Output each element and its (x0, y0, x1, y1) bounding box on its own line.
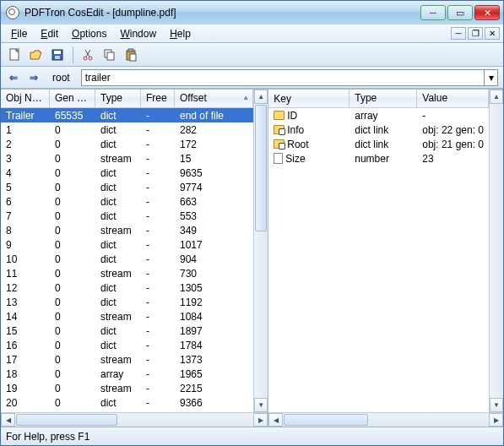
svg-rect-7 (107, 52, 114, 60)
page-icon (274, 153, 283, 164)
left-hscrollbar[interactable]: ◀ ▶ (1, 412, 268, 427)
table-row[interactable]: 50dict-9774 (1, 180, 253, 194)
list-item[interactable]: Infodict linkobj: 22 gen: 0 (268, 122, 489, 137)
right-vscrollbar[interactable]: ▲ ▼ (489, 90, 503, 412)
folder-link-icon (274, 125, 285, 134)
save-icon[interactable] (48, 46, 67, 64)
left-header: Obj Nu... Gen N... Type Free Offset (1, 90, 253, 108)
mdi-restore-button[interactable]: ❐ (468, 27, 483, 40)
menu-edit[interactable]: Edit (34, 26, 65, 41)
svg-rect-2 (54, 51, 61, 54)
col-obj-num[interactable]: Obj Nu... (1, 90, 50, 107)
detail-pane: Key Type Value IDarray-Infodict linkobj:… (268, 90, 503, 427)
svg-rect-3 (55, 56, 60, 59)
scroll-right-icon[interactable]: ▶ (253, 413, 268, 427)
path-text: trailer (85, 72, 111, 84)
window-controls: ─ ▭ ✕ (420, 5, 500, 20)
app-icon (6, 6, 19, 19)
scroll-up-icon[interactable]: ▲ (254, 90, 268, 104)
path-combobox[interactable]: trailer ▾ (81, 69, 498, 86)
status-text: For Help, press F1 (6, 431, 89, 443)
table-row[interactable]: 120dict-1305 (1, 280, 253, 295)
menu-help[interactable]: Help (163, 26, 198, 41)
table-row[interactable]: 140stream-1084 (1, 309, 253, 324)
scroll-down-icon[interactable]: ▼ (254, 398, 268, 412)
menu-file[interactable]: File (4, 26, 34, 41)
svg-rect-9 (128, 49, 133, 52)
hscroll-thumb[interactable] (284, 414, 368, 426)
col-type[interactable]: Type (95, 90, 141, 107)
col-key[interactable]: Key (268, 90, 350, 107)
toolbar (1, 43, 503, 67)
back-arrow-icon[interactable]: ⇐ (6, 70, 21, 85)
table-row[interactable]: 150dict-1897 (1, 324, 253, 338)
navbar: ⇐ ⇒ root trailer ▾ (1, 67, 503, 89)
statusbar: For Help, press F1 (1, 427, 503, 445)
table-row[interactable]: 100dict-904 (1, 252, 253, 266)
col-value[interactable]: Value (417, 90, 489, 107)
paste-icon[interactable] (122, 46, 140, 64)
right-header: Key Type Value (268, 90, 489, 108)
col-offset[interactable]: Offset (175, 90, 253, 107)
window-title: PDFTron CosEdit - [dumpline.pdf] (24, 7, 420, 19)
cut-icon[interactable] (79, 46, 98, 64)
table-row[interactable]: 40dict-9635 (1, 166, 253, 180)
new-icon[interactable] (6, 46, 24, 64)
left-vscrollbar[interactable]: ▲ ▼ (253, 90, 268, 412)
table-row[interactable]: 200dict-9366 (1, 395, 253, 410)
list-item[interactable]: IDarray- (268, 108, 489, 122)
table-row[interactable]: 90dict-1017 (1, 237, 253, 252)
svg-point-4 (84, 57, 87, 60)
object-table-pane: Obj Nu... Gen N... Type Free Offset Trai… (1, 90, 268, 427)
list-item[interactable]: Rootdict linkobj: 21 gen: 0 (268, 137, 489, 151)
titlebar[interactable]: PDFTron CosEdit - [dumpline.pdf] ─ ▭ ✕ (1, 1, 503, 24)
table-row[interactable]: 170stream-1373 (1, 352, 253, 367)
svg-rect-10 (130, 54, 136, 61)
scroll-down-icon[interactable]: ▼ (490, 398, 503, 412)
menu-options[interactable]: Options (65, 26, 113, 41)
open-icon[interactable] (27, 46, 46, 64)
table-row[interactable]: 70dict-553 (1, 209, 253, 223)
left-body[interactable]: Trailer65535dict-end of file10dict-28220… (1, 108, 253, 412)
table-row[interactable]: 110stream-730 (1, 266, 253, 280)
table-row[interactable]: 130dict-1192 (1, 295, 253, 309)
minimize-button[interactable]: ─ (420, 5, 446, 20)
table-row[interactable]: 190stream-2215 (1, 381, 253, 395)
col-rtype[interactable]: Type (350, 90, 417, 107)
maximize-button[interactable]: ▭ (447, 5, 473, 20)
mdi-controls: ─ ❐ ✕ (451, 27, 500, 40)
scroll-up-icon[interactable]: ▲ (490, 90, 503, 104)
forward-arrow-icon[interactable]: ⇒ (26, 70, 41, 85)
app-window: PDFTron CosEdit - [dumpline.pdf] ─ ▭ ✕ F… (0, 0, 504, 446)
col-gen-num[interactable]: Gen N... (50, 90, 95, 107)
breadcrumb-root[interactable]: root (46, 70, 76, 85)
copy-icon[interactable] (100, 46, 119, 64)
right-hscrollbar[interactable]: ◀ ▶ (268, 412, 503, 427)
menubar: File Edit Options Window Help ─ ❐ ✕ (1, 24, 503, 43)
hscroll-thumb[interactable] (16, 414, 117, 426)
table-row[interactable]: 60dict-663 (1, 194, 253, 209)
content-panes: Obj Nu... Gen N... Type Free Offset Trai… (1, 89, 503, 427)
table-row[interactable]: 10dict-282 (1, 122, 253, 137)
scroll-left-icon[interactable]: ◀ (268, 413, 283, 427)
scroll-thumb[interactable] (255, 105, 267, 231)
table-row[interactable]: Trailer65535dict-end of file (1, 108, 253, 122)
scroll-right-icon[interactable]: ▶ (489, 413, 503, 427)
col-free[interactable]: Free (141, 90, 175, 107)
table-row[interactable]: 160dict-1784 (1, 338, 253, 352)
table-row[interactable]: 180array-1965 (1, 367, 253, 381)
svg-point-5 (89, 57, 92, 60)
table-row[interactable]: 30stream-15 (1, 151, 253, 166)
mdi-close-button[interactable]: ✕ (485, 27, 500, 40)
list-item[interactable]: Sizenumber23 (268, 151, 489, 166)
folder-icon (274, 111, 285, 120)
menu-window[interactable]: Window (113, 26, 163, 41)
right-body[interactable]: IDarray-Infodict linkobj: 22 gen: 0Rootd… (268, 108, 489, 412)
table-row[interactable]: 20dict-172 (1, 137, 253, 151)
chevron-down-icon[interactable]: ▾ (484, 70, 497, 85)
scroll-left-icon[interactable]: ◀ (1, 413, 15, 427)
folder-link-icon (274, 139, 285, 149)
table-row[interactable]: 80stream-349 (1, 223, 253, 237)
mdi-minimize-button[interactable]: ─ (451, 27, 466, 40)
close-button[interactable]: ✕ (474, 5, 500, 20)
